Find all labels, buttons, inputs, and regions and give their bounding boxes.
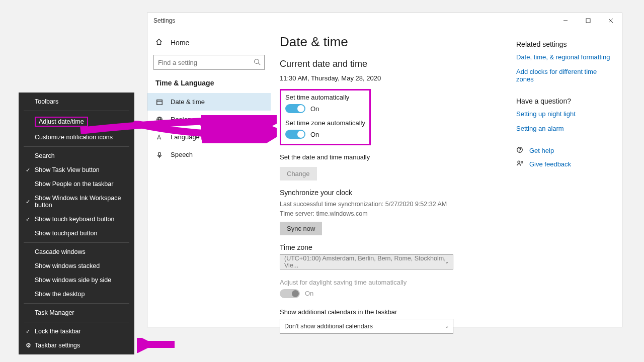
additional-calendars-dropdown[interactable]: Don't show additional calendars ⌄ — [280, 319, 453, 334]
annotation-arrow — [137, 338, 177, 353]
current-datetime-heading: Current date and time — [280, 59, 511, 69]
calendar-icon — [155, 99, 164, 106]
ctx-toolbars[interactable]: Toolbars — [19, 95, 134, 109]
link-night-light[interactable]: Setting up night light — [516, 110, 614, 118]
question-heading: Have a question? — [516, 97, 614, 105]
separator — [24, 111, 129, 111]
ctx-taskbar-settings[interactable]: ⚙Taskbar settings — [19, 338, 134, 352]
search-input[interactable] — [153, 55, 265, 70]
svg-rect-10 — [158, 152, 160, 155]
nav-category-header: Time & Language — [147, 77, 271, 93]
maximize-button[interactable] — [577, 13, 599, 28]
ctx-ink[interactable]: ✓Show Windows Ink Workspace button — [19, 191, 134, 212]
nav-item-label: Speech — [171, 151, 193, 158]
sync-now-button[interactable]: Sync now — [280, 222, 322, 235]
auto-tz-toggle[interactable] — [285, 130, 305, 139]
ctx-taskmgr[interactable]: Task Manager — [19, 306, 134, 320]
timezone-value: (UTC+01:00) Amsterdam, Berlin, Bern, Rom… — [284, 255, 449, 269]
additional-calendars-label: Show additional calendars in the taskbar — [280, 308, 511, 316]
additional-calendars-value: Don't show additional calendars — [284, 323, 373, 330]
dst-toggle — [280, 289, 300, 298]
link-give-feedback[interactable]: Give feedback — [529, 160, 571, 168]
dst-state: On — [305, 290, 313, 297]
annotation-arrow — [131, 121, 277, 143]
content-pane: Date & time Current date and time 11:30 … — [280, 34, 511, 334]
svg-rect-1 — [586, 19, 590, 23]
nav-home-label: Home — [171, 39, 189, 47]
auto-time-label: Set time automatically — [285, 94, 365, 101]
sync-last-text: Last successful time synchronization: 5/… — [280, 200, 511, 209]
close-button[interactable] — [599, 13, 622, 28]
settings-window: Settings Home Time & Language Date & tim… — [147, 13, 622, 327]
change-button[interactable]: Change — [280, 167, 317, 180]
feedback-icon — [516, 160, 524, 168]
titlebar: Settings — [147, 13, 622, 28]
current-datetime-value: 11:30 AM, Thursday, May 28, 2020 — [280, 74, 511, 82]
ctx-touchpad[interactable]: Show touchpad button — [19, 226, 134, 240]
ctx-search[interactable]: Search — [19, 149, 134, 163]
ctx-lock-taskbar[interactable]: ✓Lock the taskbar — [19, 324, 134, 338]
auto-time-toggle[interactable] — [285, 104, 305, 113]
chevron-down-icon: ⌄ — [445, 323, 449, 329]
search-icon — [254, 58, 261, 67]
ctx-people[interactable]: Show People on the taskbar — [19, 177, 134, 191]
auto-tz-state: On — [310, 131, 319, 138]
nav-item-speech[interactable]: Speech — [147, 146, 271, 163]
auto-tz-label: Set time zone automatically — [285, 119, 365, 127]
sidebar: Home Time & Language Date & time Region … — [147, 28, 271, 334]
microphone-icon — [155, 151, 164, 158]
link-alarm[interactable]: Setting an alarm — [516, 125, 614, 132]
related-panel: Related settings Date, time, & regional … — [516, 34, 622, 334]
svg-line-5 — [259, 63, 261, 65]
sync-server-text: Time server: time.windows.com — [280, 209, 511, 219]
separator — [24, 303, 129, 304]
svg-point-12 — [518, 161, 520, 163]
minimize-button[interactable] — [554, 13, 577, 28]
page-title: Date & time — [280, 34, 511, 50]
link-get-help[interactable]: Get help — [529, 147, 554, 154]
separator — [24, 242, 129, 243]
svg-point-4 — [255, 59, 259, 64]
nav-item-label: Date & time — [171, 98, 205, 106]
sync-heading: Synchronize your clock — [280, 189, 511, 197]
chevron-down-icon: ⌄ — [445, 259, 449, 264]
ctx-touchkb[interactable]: ✓Show touch keyboard button — [19, 212, 134, 226]
ctx-taskview[interactable]: ✓Show Task View button — [19, 163, 134, 177]
separator — [24, 146, 129, 147]
nav-item-datetime[interactable]: Date & time — [147, 93, 271, 111]
gear-icon: ⚙ — [26, 342, 35, 349]
related-heading: Related settings — [516, 40, 614, 48]
auto-time-state: On — [310, 105, 319, 113]
timezone-dropdown[interactable]: (UTC+01:00) Amsterdam, Berlin, Bern, Rom… — [280, 254, 453, 269]
ctx-stacked[interactable]: Show windows stacked — [19, 259, 134, 273]
annotation-highlight-box: Set time automatically On Set time zone … — [280, 89, 371, 145]
ctx-desktop[interactable]: Show the desktop — [19, 287, 134, 301]
separator — [24, 322, 129, 322]
link-add-clocks[interactable]: Add clocks for different time zones — [516, 68, 614, 83]
manual-datetime-label: Set the date and time manually — [280, 153, 511, 161]
help-icon — [516, 146, 524, 155]
ctx-sidebyside[interactable]: Show windows side by side — [19, 273, 134, 287]
nav-home[interactable]: Home — [147, 33, 271, 52]
window-title: Settings — [153, 17, 175, 24]
link-regional-formatting[interactable]: Date, time, & regional formatting — [516, 53, 614, 61]
ctx-cascade[interactable]: Cascade windows — [19, 245, 134, 259]
search-box[interactable] — [153, 55, 265, 70]
timezone-heading: Time zone — [280, 243, 511, 251]
dst-label: Adjust for daylight saving time automati… — [280, 279, 511, 286]
home-icon — [155, 38, 164, 47]
svg-rect-6 — [157, 100, 163, 105]
